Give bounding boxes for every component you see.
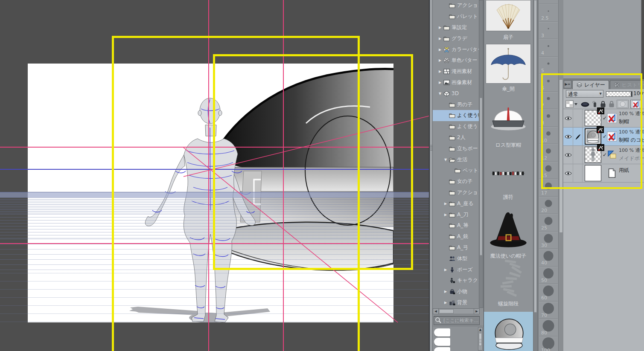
panel-tab[interactable]: ヒストリー [610, 80, 644, 89]
layer-row[interactable]: ✓ 100 % 通常 制帽 のコピー [563, 128, 644, 146]
lock-icon[interactable] [599, 100, 607, 108]
layer-mask-icon[interactable] [617, 100, 629, 108]
expand-arrow-icon[interactable]: ▶ [444, 290, 449, 293]
expand-arrow-icon[interactable]: ▶ [439, 37, 443, 41]
brush-size-item[interactable]: 100 [539, 336, 558, 351]
tree-item[interactable]: ▶ 小物 [433, 286, 479, 297]
tree-item[interactable]: A_箒 [433, 220, 479, 231]
tree-item[interactable]: 女の子 [433, 176, 479, 187]
visibility-cell[interactable] [563, 146, 573, 164]
ruler-delete-icon[interactable] [630, 100, 642, 108]
brush-size-item[interactable] [539, 0, 558, 4]
layer-thumbnail[interactable] [585, 147, 601, 163]
material-item[interactable]: 扇子 [485, 0, 533, 41]
expand-arrow-icon[interactable]: ▶ [444, 213, 449, 217]
scrollbar-thumb[interactable] [559, 79, 563, 233]
material-thumbnail[interactable] [486, 99, 531, 140]
airbrush-icon[interactable] [592, 100, 598, 108]
brush-size-item[interactable]: 2.5 [539, 4, 558, 22]
expand-arrow-icon[interactable]: ▼ [439, 92, 443, 96]
brush-size-item[interactable]: 15 [539, 162, 558, 179]
tree-item[interactable]: ▶ カラーパター [433, 44, 479, 55]
expand-arrow-icon[interactable]: ▶ [444, 202, 449, 206]
brush-size-item[interactable]: 80 [539, 319, 558, 336]
tree-item[interactable]: ペットオ [433, 165, 479, 176]
draw-target-cell[interactable] [573, 128, 583, 146]
visibility-cell[interactable] [563, 164, 573, 183]
visibility-cell[interactable] [563, 128, 573, 146]
visibility-cell[interactable] [563, 109, 573, 128]
tree-item[interactable]: ▶ A_座る [433, 198, 479, 209]
tree-item[interactable]: ▼ 生活 [433, 154, 479, 165]
material-item[interactable]: 螺旋階段 [485, 257, 533, 307]
tree-item[interactable]: パレット [433, 11, 479, 22]
layer-thumbnail[interactable] [585, 110, 601, 126]
scrollbar-thumb[interactable] [534, 0, 537, 313]
tree-item[interactable]: ▶ 筆設定 [433, 22, 479, 33]
brush-size-item[interactable]: 4 [539, 39, 558, 57]
material-thumbnail[interactable] [486, 44, 531, 84]
slider-handle[interactable] [631, 92, 632, 96]
material-thumbnail[interactable] [486, 157, 531, 190]
tree-item[interactable]: よく使う [433, 121, 479, 132]
tree-item[interactable]: A_弓 [433, 242, 479, 253]
brush-scrollbar[interactable] [558, 0, 563, 351]
material-item[interactable]: 魔法使いの帽子 [485, 208, 533, 260]
tree-item[interactable]: アクション [433, 187, 479, 198]
scroll-up-arrow-icon[interactable]: ▲ [478, 328, 482, 332]
expand-arrow-icon[interactable]: ▶ [439, 58, 443, 62]
scrollbar-thumb[interactable] [439, 309, 454, 313]
tree-item[interactable]: ▶ 背景 [433, 297, 479, 308]
eye-icon[interactable] [565, 115, 572, 122]
brush-size-item[interactable]: 7 [539, 92, 558, 109]
tag-filter[interactable] [434, 347, 450, 351]
layer-thumbnail[interactable] [585, 128, 601, 145]
draw-target-cell[interactable] [573, 164, 583, 183]
panel-tab[interactable]: レイヤー [572, 80, 609, 89]
eye-icon[interactable] [565, 152, 572, 158]
material-thumbnail[interactable] [486, 257, 531, 298]
tree-item[interactable]: よく使う物 [433, 110, 479, 121]
tree-item[interactable]: A_銃 [433, 231, 479, 242]
expand-arrow-icon[interactable]: ▶ [439, 81, 443, 84]
tag-filter[interactable] [434, 328, 450, 336]
tree-horizontal-scrollbar[interactable]: ◀ ▶ [433, 308, 480, 314]
tree-item[interactable]: 2人 [433, 132, 479, 143]
brush-size-item[interactable]: 70 [539, 302, 558, 319]
brush-size-item[interactable]: 20 [539, 197, 558, 214]
expand-arrow-icon[interactable]: ▶ [439, 70, 443, 73]
brush-size-item[interactable]: 12 [539, 144, 558, 162]
artboard[interactable] [0, 0, 429, 351]
tag-filter[interactable] [434, 338, 450, 346]
material-thumbnail[interactable] [487, 315, 532, 351]
scrollbar-thumb[interactable] [480, 98, 482, 255]
material-thumbnail[interactable] [486, 208, 531, 250]
brush-size-item[interactable]: 5 [539, 57, 558, 74]
expand-arrow-icon[interactable]: ▼ [444, 158, 449, 162]
tree-item[interactable]: ▶ 漫画素材 [433, 66, 479, 77]
eye-icon[interactable] [565, 170, 572, 177]
scroll-right-arrow-icon[interactable]: ▶ [474, 309, 479, 314]
blend-mode-select[interactable]: 通常 ▼ [566, 90, 603, 98]
tree-item[interactable]: 体型 [433, 253, 479, 264]
panel-menu-icon[interactable]: ▶≡ [564, 80, 571, 88]
brush-size-item[interactable]: 25 [539, 214, 558, 232]
tree-item[interactable]: ▼ 3D [433, 88, 479, 99]
tree-item[interactable]: ▶ 単色パター [433, 55, 479, 66]
layer-row[interactable]: ✓ 100 % 通常 メイドポーズ0 [563, 146, 644, 164]
material-thumbnail[interactable] [486, 0, 531, 31]
brush-size-item[interactable]: 50 [539, 267, 558, 284]
tree-item[interactable]: 立ちポー [433, 143, 479, 154]
expand-arrow-icon[interactable]: ▶ [444, 301, 449, 305]
brush-size-item[interactable]: 60 [539, 284, 558, 302]
tree-item[interactable]: キャラクタ [433, 275, 479, 286]
combine-mode-icon[interactable] [580, 102, 590, 107]
material-item[interactable]: 傘_開 [485, 44, 533, 93]
tree-item[interactable]: アクション [433, 0, 479, 11]
materials-scrollbar[interactable] [533, 0, 537, 351]
expand-arrow-icon[interactable]: ▶ [439, 48, 443, 52]
brush-size-item[interactable]: 30 [539, 232, 558, 249]
material-item[interactable]: 護符 [485, 157, 533, 201]
opacity-slider[interactable] [606, 91, 632, 97]
tree-item[interactable]: ▶ 画像素材 [433, 77, 479, 88]
